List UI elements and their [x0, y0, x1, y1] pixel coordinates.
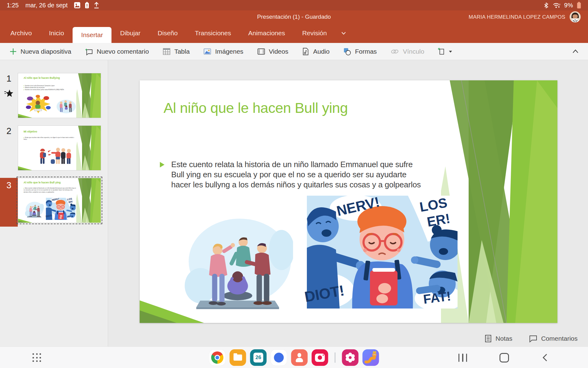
bullet-marker	[160, 162, 164, 167]
tab-animaciones[interactable]: Animaciones	[239, 23, 293, 43]
add-slide-dropdown-button[interactable]	[438, 47, 453, 56]
new-comment-icon	[85, 47, 93, 56]
bullying-group-illustration[interactable]	[183, 214, 293, 312]
new-slide-button[interactable]: Nueva diapositiva	[9, 48, 71, 56]
avatar-photo	[570, 11, 581, 22]
collapse-ribbon-button[interactable]	[571, 43, 579, 60]
tab-revision[interactable]: Revisión	[294, 23, 336, 43]
slide-thumbnail-panel: 1 Al niño que le hacen Bullying ▸Nombre …	[0, 60, 108, 347]
slide-2-thumbnail[interactable]: Mi objetivo ▸Evitar que muchos más niños…	[18, 125, 101, 171]
audio-icon	[302, 47, 310, 56]
slide-design-graphic	[76, 73, 101, 118]
tab-diseno[interactable]: Diseño	[149, 23, 186, 43]
thumb-burst-illustration	[24, 94, 52, 114]
slither-game-app-icon[interactable]	[363, 349, 379, 366]
image-notification-icon	[74, 2, 81, 9]
new-slide-dropdown-icon	[438, 47, 446, 56]
battery-percent: 9%	[564, 2, 573, 9]
images-button[interactable]: Imágenes	[203, 47, 243, 56]
images-icon	[203, 47, 212, 56]
app-grid-icon[interactable]	[32, 353, 41, 362]
shapes-button[interactable]: Formas	[343, 47, 377, 56]
slide-corner-graphic	[18, 165, 32, 170]
chevron-down-icon	[340, 30, 347, 36]
chrome-app-icon[interactable]	[209, 349, 226, 366]
slide-number-selected: 3	[0, 178, 18, 227]
messages-app-icon[interactable]	[271, 349, 287, 366]
back-button[interactable]	[541, 353, 548, 362]
thumb-bullet: Nombre de al unño Emmanuel Camacho López	[25, 85, 55, 86]
slide-canvas-area: Al niño que le hacen Bull ying Este cuen…	[108, 60, 588, 347]
thumb-slide-title: Al niño que le hacen Bullying	[24, 76, 60, 79]
slide-design-graphic	[441, 80, 557, 323]
thumbnail-row-1: 1 Al niño que le hacen Bullying ▸Nombre …	[0, 73, 108, 118]
upload-icon	[93, 2, 100, 9]
app-dock: 26	[209, 349, 379, 366]
videos-button[interactable]: Videos	[257, 47, 288, 56]
home-button[interactable]	[499, 353, 509, 362]
thumbnail-row-3: 3 Al niño que le hacen Bull ying ▸Este c…	[0, 178, 108, 227]
videos-icon	[257, 47, 266, 56]
my-files-app-icon[interactable]	[230, 349, 246, 366]
status-time: 1:25	[7, 2, 19, 9]
contacts-app-icon[interactable]	[291, 349, 308, 366]
system-nav-buttons	[458, 353, 548, 362]
notes-button[interactable]: Notas	[484, 335, 512, 343]
slide-title-textbox[interactable]: Al niño que le hacen Bull ying	[164, 99, 348, 116]
thumb-slide-title: Mi objetivo	[24, 130, 37, 133]
thumb-pointing-illustration: NERV! LOS ER! DIOT! FAT!	[46, 198, 76, 220]
tab-dibujar[interactable]: Dibujar	[111, 23, 149, 43]
camera-app-icon[interactable]	[312, 349, 328, 366]
table-icon	[162, 47, 171, 56]
battery-icon	[577, 2, 581, 9]
thumb-slide-title: Al niño que le hacen Bull ying	[24, 181, 61, 184]
notes-comments-bar: Notas Comentarios	[108, 331, 588, 347]
calendar-date-badge: 26	[254, 353, 263, 362]
new-slide-plus-icon	[9, 48, 17, 56]
body-line: Bull ying en su escuela y por que el no …	[171, 170, 421, 180]
new-comment-button[interactable]: Nuevo comentario	[85, 47, 149, 56]
slide-number: 1	[0, 73, 18, 84]
ribbon-tab-bar: Archivo Inicio Insertar Dibujar Diseño T…	[0, 23, 588, 43]
more-tabs-button[interactable]	[335, 23, 352, 43]
recents-button[interactable]	[458, 354, 467, 362]
link-icon	[390, 47, 399, 56]
speech-bubble-text: FAT!	[423, 290, 452, 306]
slide-1-thumbnail[interactable]: Al niño que le hacen Bullying ▸Nombre de…	[18, 73, 101, 118]
gallery-app-icon[interactable]	[342, 349, 359, 366]
thumb-pointing-kids-illustration	[36, 142, 74, 168]
tab-archivo[interactable]: Archivo	[2, 23, 40, 43]
calendar-app-icon[interactable]: 26	[250, 349, 267, 366]
slide-3-thumbnail[interactable]: Al niño que le hacen Bull ying ▸Este cue…	[18, 178, 101, 223]
table-button[interactable]: Tabla	[162, 47, 190, 56]
link-button: Vínculo	[390, 47, 424, 56]
dock-divider	[335, 352, 336, 363]
slide-body-textbox[interactable]: Este cuento relata la historia de un niñ…	[160, 159, 421, 190]
tab-inicio[interactable]: Inicio	[40, 23, 73, 43]
slide-editor[interactable]: Al niño que le hacen Bull ying Este cuen…	[140, 80, 557, 323]
slide-corner-graphic	[18, 218, 32, 223]
thumb-bullet: Evitar que muchos más niños cayendo y no…	[24, 137, 74, 140]
body-line: hacer les bullyng a los demás niños y qu…	[171, 180, 421, 190]
slide-design-graphic	[76, 178, 101, 223]
android-nav-bar: 26	[0, 347, 588, 368]
bullied-boy-illustration[interactable]: NERV! LOS ER! DIOT! FAT!	[307, 196, 458, 309]
thumb-bullet: Este cuento relata la historia de un niñ…	[24, 187, 76, 193]
battery-alert-icon	[85, 2, 89, 9]
account-avatar[interactable]	[570, 11, 581, 22]
thumb-bullet: Nombre de romina flores peña maria ROMIN…	[25, 89, 64, 90]
dropdown-caret-icon	[448, 50, 453, 53]
shapes-icon	[343, 47, 352, 56]
audio-button[interactable]: Audio	[302, 47, 330, 56]
comments-button[interactable]: Comentarios	[529, 335, 578, 343]
thumbnail-row-2: 2 Mi objetivo ▸Evitar que muchos más niñ…	[0, 125, 108, 171]
chevron-up-icon	[571, 48, 579, 55]
editor-content: 1 Al niño que le hacen Bullying ▸Nombre …	[0, 60, 588, 347]
account-user-name: MARIA HERMELINDA LOPEZ CAMPOS	[469, 14, 565, 20]
transition-star-icon	[0, 89, 18, 97]
snake-icon	[364, 350, 378, 365]
flower-icon	[344, 351, 357, 364]
thumb-group-illustration	[25, 201, 44, 218]
tab-insertar[interactable]: Insertar	[73, 27, 111, 43]
tab-transiciones[interactable]: Transiciones	[186, 23, 239, 43]
